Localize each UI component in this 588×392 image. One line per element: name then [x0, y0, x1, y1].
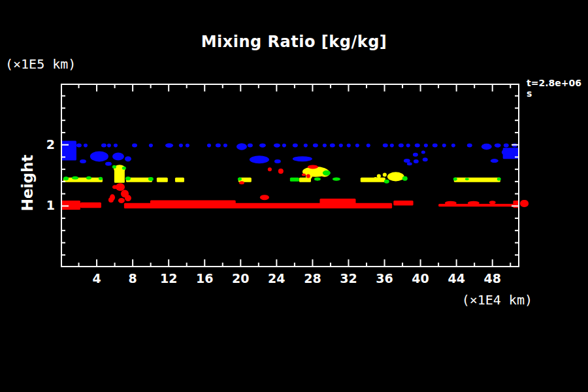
lower-red-band [118, 198, 125, 203]
upper-blue-band [451, 144, 455, 148]
upper-blue-band [107, 144, 111, 148]
mid-yellow-band [374, 177, 378, 181]
green-fringe [112, 165, 116, 169]
upper-blue-band [80, 159, 86, 163]
green-fringe [99, 177, 103, 180]
upper-blue-band [274, 143, 280, 147]
x-tick-label: 40 [412, 271, 429, 286]
lower-red-band [319, 199, 355, 207]
upper-blue-band [504, 144, 509, 148]
upper-blue-band [112, 152, 124, 160]
upper-blue-band [467, 144, 472, 148]
y-axis-unit-label: (×1E5 km) [5, 56, 76, 72]
lower-red-band [112, 185, 118, 189]
upper-blue-band [355, 144, 359, 148]
upper-blue-band [433, 144, 438, 148]
mid-yellow-band [454, 178, 500, 182]
green-fringe [122, 167, 126, 170]
upper-blue-band [207, 144, 211, 148]
green-fringe [453, 178, 457, 181]
lower-red-band [489, 201, 496, 204]
green-fringe [290, 178, 299, 182]
mid-yellow-band [383, 173, 387, 177]
chart-title: Mixing Ratio [kg/kg] [0, 33, 588, 51]
x-axis-unit-label: (×1E4 km) [402, 292, 532, 308]
lower-red-band [61, 201, 80, 210]
mid-yellow-band [387, 172, 404, 181]
upper-blue-band [399, 144, 404, 148]
upper-blue-band [114, 144, 118, 148]
upper-blue-band [101, 144, 106, 148]
upper-blue-band [237, 143, 247, 150]
upper-blue-band [482, 144, 492, 150]
red-overflow-blob [520, 200, 529, 207]
upper-blue-band [313, 144, 318, 148]
x-tick-label: 44 [448, 271, 465, 286]
upper-blue-band [404, 159, 410, 163]
upper-blue-band [165, 143, 173, 148]
green-fringe [402, 176, 408, 181]
x-tick-label: 4 [92, 271, 101, 286]
upper-blue-band [248, 144, 253, 148]
green-fringe [72, 176, 78, 180]
lower-red-band [150, 200, 236, 207]
x-tick-label: 20 [232, 271, 249, 286]
upper-blue-band [339, 144, 343, 148]
upper-blue-band [76, 144, 82, 148]
lower-red-band [260, 195, 269, 200]
mid-yellow-band [377, 174, 381, 178]
x-tick-label: 16 [196, 271, 213, 286]
x-tick-label: 36 [376, 271, 393, 286]
upper-blue-band [223, 144, 227, 148]
upper-blue-band [304, 144, 308, 148]
upper-blue-band [105, 162, 112, 166]
upper-blue-band [414, 159, 419, 163]
green-fringe [238, 178, 242, 181]
x-tick-label: 48 [483, 271, 500, 286]
upper-blue-band [423, 157, 428, 161]
upper-blue-band [323, 144, 327, 148]
green-fringe [148, 177, 154, 181]
x-tick-label: 32 [340, 271, 357, 286]
x-tick-label: 12 [160, 271, 177, 286]
lower-red-band [468, 201, 480, 205]
plot-area [61, 84, 519, 267]
mid-yellow-band [175, 178, 184, 182]
upper-blue-band [293, 156, 312, 161]
mid-yellow-band [361, 178, 385, 182]
upper-blue-band [495, 143, 501, 147]
upper-blue-band [330, 144, 335, 148]
lower-red-band [80, 203, 101, 208]
upper-blue-band [132, 144, 137, 148]
upper-blue-band [274, 159, 281, 163]
upper-blue-band [149, 144, 153, 148]
figure-canvas: Mixing Ratio [kg/kg] (×1E5 km) t=2.8e+06… [0, 0, 588, 392]
upper-blue-band [282, 144, 286, 148]
upper-blue-band [347, 144, 351, 148]
upper-blue-band [293, 144, 298, 148]
lower-red-band [108, 197, 114, 203]
upper-blue-band [424, 144, 428, 148]
upper-blue-band [415, 144, 420, 148]
upper-blue-band [407, 162, 412, 165]
green-fringe [384, 180, 389, 184]
x-tick-label: 8 [128, 271, 137, 286]
time-annotation: t=2.8e+06 s [527, 78, 588, 99]
y-tick-label: 2 [30, 137, 55, 152]
lower-red-band [239, 181, 244, 184]
upper-blue-band [442, 144, 446, 148]
upper-blue-band [491, 159, 498, 163]
upper-blue-band [421, 150, 425, 154]
x-tick-label: 24 [268, 271, 285, 286]
upper-blue-band [406, 144, 410, 148]
upper-blue-band [413, 153, 418, 157]
green-fringe [323, 171, 331, 176]
plot-svg [61, 84, 519, 267]
lower-red-band [393, 201, 413, 205]
green-fringe [125, 176, 131, 180]
upper-blue-band [125, 156, 131, 161]
lower-red-band [125, 195, 131, 201]
lower-red-band [306, 174, 310, 178]
lower-red-band [445, 201, 457, 205]
lower-red-band [268, 167, 272, 171]
